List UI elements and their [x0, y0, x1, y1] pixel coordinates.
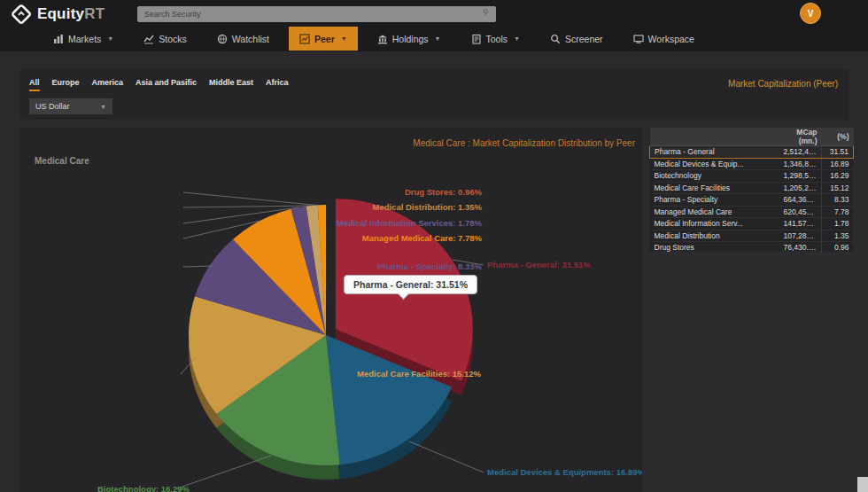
nav-item-label: Markets [68, 34, 101, 44]
slice-tooltip: Pharma - General: 31.51% [344, 275, 477, 294]
mcap-cell: 1,298,573.20 [779, 170, 822, 183]
table-row[interactable]: Medical Devices & Equip...1,346,878.4416… [650, 158, 854, 170]
pct-cell: 16.89 [822, 158, 854, 170]
nav-item-label: Holdings [392, 34, 429, 44]
bar-chart-icon [53, 34, 64, 44]
peer-name-cell: Medical Distribution [650, 230, 779, 242]
label-leader-line [183, 192, 322, 206]
chevron-down-icon: ▼ [107, 35, 113, 42]
pct-cell: 15.12 [822, 182, 854, 194]
scrollbar-thumb[interactable] [857, 477, 868, 492]
table-row[interactable]: Medical Information Serv...141,574.541.7… [650, 218, 854, 230]
pie-slice-label: Medical Distribution: 1.35% [372, 202, 482, 212]
page-title: Market Capitalization (Peer) [728, 79, 838, 89]
table-row[interactable]: Medical Care Facilities1,205,218.7715.12 [650, 182, 854, 194]
nav-item-workspace[interactable]: Workspace [623, 27, 705, 51]
nav-item-stocks[interactable]: Stocks [133, 27, 198, 51]
pct-cell: 7.78 [822, 206, 854, 218]
mcap-cell: 2,512,461.55 [779, 146, 822, 159]
nav-item-tools[interactable]: Tools▼ [461, 27, 531, 51]
search-input[interactable] [137, 6, 496, 22]
pie-slice-label: Biotechnology: 16.29% [97, 484, 190, 492]
currency-dropdown[interactable]: US Dollar ▼ [29, 98, 112, 114]
nav-item-markets[interactable]: Markets▼ [43, 27, 124, 51]
table-header-row: MCap (mn.)(%) [650, 128, 854, 146]
mcap-cell: 664,362.91 [779, 194, 822, 207]
pie-slice-label: Pharma - Specialty: 8.33% [377, 262, 482, 271]
pct-cell: 16.29 [822, 170, 854, 183]
peer-name-cell: Biotechnology [650, 170, 779, 183]
chevron-down-icon: ▼ [100, 104, 106, 110]
table-row[interactable]: Managed Medical Care620,450.697.78 [650, 206, 854, 218]
pct-cell: 1.35 [822, 230, 854, 242]
table-row[interactable]: Pharma - General2,512,461.5531.51 [650, 146, 854, 159]
peer-chart-icon [299, 34, 310, 44]
table-row[interactable]: Medical Distribution107,282.991.35 [650, 230, 854, 242]
peer-name-cell: Drug Stores [650, 242, 779, 254]
nav-item-screener[interactable]: Screener [539, 27, 614, 51]
table-header-cell[interactable]: (%) [822, 128, 854, 146]
user-avatar[interactable]: V [800, 3, 821, 24]
line-chart-icon [143, 34, 154, 44]
mcap-table: MCap (mn.)(%) Pharma - General2,512,461.… [649, 128, 854, 254]
region-tab-africa[interactable]: Africa [266, 78, 289, 91]
table-row[interactable]: Pharma - Specialty664,362.918.33 [650, 194, 854, 207]
table-header-cell[interactable] [650, 128, 779, 146]
app-title: EquityRT [37, 5, 105, 23]
region-tab-europe[interactable]: Europe [52, 78, 80, 91]
nav-item-label: Watchlist [232, 34, 269, 44]
label-leader-line [183, 206, 312, 207]
nav-item-label: Screener [565, 34, 603, 44]
peer-name-cell: Medical Information Serv... [650, 218, 779, 230]
mcap-cell: 76,430.15 [779, 242, 822, 254]
app-logo[interactable]: EquityRT [11, 4, 105, 25]
region-tabs: AllEuropeAmericaAsia and PasificMiddle E… [29, 78, 289, 91]
nav-item-label: Stocks [159, 34, 187, 44]
chevron-down-icon: ▼ [514, 35, 520, 42]
peer-name-cell: Managed Medical Care [650, 206, 779, 218]
chart-panel: Medical Care : Market Capitalization Dis… [19, 128, 642, 492]
filter-panel: AllEuropeAmericaAsia and PasificMiddle E… [19, 69, 849, 120]
main-nav: Markets▼StocksWatchlistPeer▼Holdings▼Too… [43, 27, 714, 51]
mcap-cell: 1,346,878.44 [779, 158, 822, 170]
search-icon: ⚲ [483, 8, 489, 17]
nav-item-label: Peer [314, 34, 335, 44]
globe-icon [217, 34, 228, 44]
pie-slice-label: Pharma - General: 31.51% [487, 260, 591, 269]
table-row[interactable]: Biotechnology1,298,573.2016.29 [650, 170, 854, 183]
table-row[interactable]: Drug Stores76,430.150.96 [650, 242, 854, 254]
mcap-cell: 1,205,218.77 [779, 182, 822, 194]
app-header: EquityRT ⚲ V Markets▼StocksWatchlistPeer… [0, 0, 868, 51]
label-leader-line [177, 456, 271, 488]
mcap-table-panel: MCap (mn.)(%) Pharma - General2,512,461.… [649, 128, 853, 251]
region-tab-middle-east[interactable]: Middle East [209, 78, 253, 91]
chevron-down-icon: ▼ [435, 35, 441, 42]
pie-slice-label: Medical Care Facilities: 15.12% [357, 369, 481, 379]
pie-chart: Pharma - General: 31.51%Medical Devices … [19, 128, 642, 492]
pie-slice-label: Managed Medical Care: 7.78% [362, 233, 482, 243]
pct-cell: 8.33 [822, 194, 854, 207]
region-tab-all[interactable]: All [29, 78, 40, 91]
nav-item-watchlist[interactable]: Watchlist [206, 27, 280, 51]
nav-item-peer[interactable]: Peer▼ [289, 27, 358, 51]
pie-slice-label: Drug Stores: 0.96% [405, 187, 482, 197]
pie-slice-label: Medical Devices & Equipments: 16.89% [487, 467, 642, 477]
mcap-cell: 107,282.99 [779, 230, 822, 242]
tools-icon [471, 34, 482, 44]
mcap-cell: 620,450.69 [779, 206, 822, 218]
peer-name-cell: Medical Devices & Equip... [650, 158, 779, 170]
pie-slice-label: Medical Information Services: 1.78% [337, 218, 482, 228]
bank-icon [377, 34, 388, 44]
currency-value: US Dollar [35, 102, 70, 111]
table-header-cell[interactable]: MCap (mn.) [779, 128, 822, 146]
workspace-icon [633, 34, 644, 44]
pct-cell: 31.51 [822, 146, 854, 159]
region-tab-asia-and-pasific[interactable]: Asia and Pasific [136, 78, 197, 91]
pct-cell: 0.96 [822, 242, 854, 254]
nav-item-label: Workspace [648, 34, 694, 44]
label-leader-line [409, 441, 484, 472]
nav-item-holdings[interactable]: Holdings▼ [367, 27, 452, 51]
peer-name-cell: Pharma - General [650, 146, 779, 159]
chevron-down-icon: ▼ [341, 35, 347, 42]
region-tab-america[interactable]: America [92, 78, 124, 91]
